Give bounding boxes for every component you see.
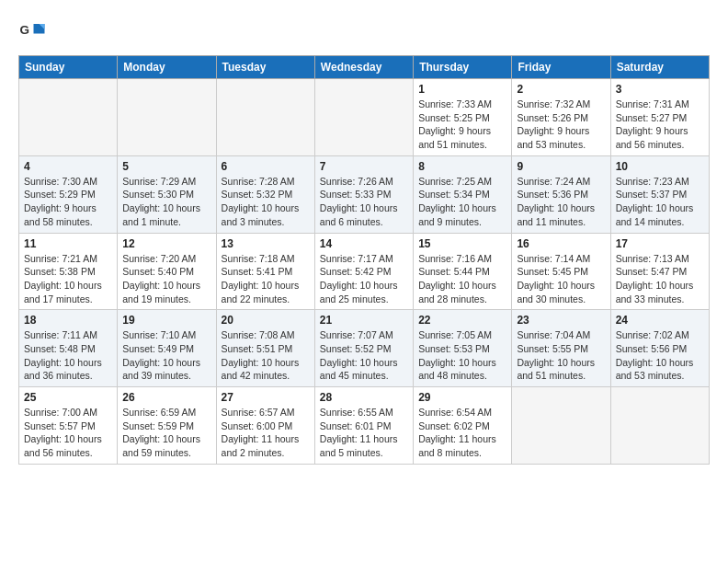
day-number: 4 — [24, 160, 112, 173]
day-info: Sunrise: 6:57 AM Sunset: 6:00 PM Dayligh… — [222, 406, 310, 460]
day-info: Sunrise: 7:18 AM Sunset: 5:41 PM Dayligh… — [222, 252, 310, 306]
calendar-cell: 3Sunrise: 7:31 AM Sunset: 5:27 PM Daylig… — [610, 79, 709, 156]
calendar-cell: 20Sunrise: 7:08 AM Sunset: 5:51 PM Dayli… — [216, 310, 314, 387]
calendar-cell — [118, 79, 216, 156]
day-info: Sunrise: 7:08 AM Sunset: 5:51 PM Dayligh… — [222, 328, 310, 383]
day-info: Sunrise: 7:30 AM Sunset: 5:29 PM Dayligh… — [24, 175, 112, 229]
day-info: Sunrise: 7:00 AM Sunset: 5:57 PM Dayligh… — [24, 406, 112, 460]
calendar-cell: 24Sunrise: 7:02 AM Sunset: 5:56 PM Dayli… — [610, 310, 709, 387]
day-number: 26 — [122, 391, 210, 404]
day-number: 19 — [122, 314, 210, 327]
day-info: Sunrise: 7:02 AM Sunset: 5:56 PM Dayligh… — [616, 328, 704, 383]
calendar-cell: 23Sunrise: 7:04 AM Sunset: 5:55 PM Dayli… — [512, 310, 610, 387]
day-info: Sunrise: 7:17 AM Sunset: 5:42 PM Dayligh… — [320, 252, 408, 306]
calendar-cell: 15Sunrise: 7:16 AM Sunset: 5:44 PM Dayli… — [414, 233, 512, 310]
calendar-cell: 26Sunrise: 6:59 AM Sunset: 5:59 PM Dayli… — [118, 387, 216, 465]
day-number: 27 — [222, 391, 310, 404]
day-info: Sunrise: 7:14 AM Sunset: 5:45 PM Dayligh… — [517, 252, 605, 306]
day-info: Sunrise: 7:28 AM Sunset: 5:32 PM Dayligh… — [222, 175, 310, 229]
calendar-cell: 18Sunrise: 7:11 AM Sunset: 5:48 PM Dayli… — [19, 310, 118, 387]
calendar-cell: 8Sunrise: 7:25 AM Sunset: 5:34 PM Daylig… — [414, 155, 512, 233]
day-number: 21 — [320, 314, 408, 327]
day-info: Sunrise: 7:10 AM Sunset: 5:49 PM Dayligh… — [122, 328, 210, 383]
calendar-cell: 17Sunrise: 7:13 AM Sunset: 5:47 PM Dayli… — [610, 233, 709, 310]
day-info: Sunrise: 7:21 AM Sunset: 5:38 PM Dayligh… — [24, 252, 112, 306]
calendar-cell: 9Sunrise: 7:24 AM Sunset: 5:36 PM Daylig… — [512, 155, 610, 233]
calendar-cell: 22Sunrise: 7:05 AM Sunset: 5:53 PM Dayli… — [414, 310, 512, 387]
day-number: 6 — [222, 160, 310, 173]
day-info: Sunrise: 7:07 AM Sunset: 5:52 PM Dayligh… — [320, 328, 408, 383]
logo-icon: G — [18, 18, 46, 46]
calendar-cell — [19, 79, 118, 156]
day-info: Sunrise: 7:16 AM Sunset: 5:44 PM Dayligh… — [418, 252, 506, 306]
day-info: Sunrise: 6:55 AM Sunset: 6:01 PM Dayligh… — [320, 406, 408, 460]
day-number: 13 — [222, 237, 310, 250]
day-number: 17 — [616, 237, 704, 250]
day-info: Sunrise: 7:33 AM Sunset: 5:25 PM Dayligh… — [418, 98, 506, 152]
calendar: SundayMondayTuesdayWednesdayThursdayFrid… — [18, 55, 710, 465]
calendar-week-2: 4Sunrise: 7:30 AM Sunset: 5:29 PM Daylig… — [19, 155, 710, 233]
calendar-cell: 5Sunrise: 7:29 AM Sunset: 5:30 PM Daylig… — [118, 155, 216, 233]
day-number: 8 — [418, 160, 506, 173]
calendar-week-4: 18Sunrise: 7:11 AM Sunset: 5:48 PM Dayli… — [19, 310, 710, 387]
calendar-cell: 7Sunrise: 7:26 AM Sunset: 5:33 PM Daylig… — [314, 155, 413, 233]
calendar-header-wednesday: Wednesday — [314, 56, 413, 79]
day-info: Sunrise: 7:11 AM Sunset: 5:48 PM Dayligh… — [24, 328, 112, 383]
calendar-cell — [512, 387, 610, 465]
day-number: 1 — [418, 83, 506, 96]
calendar-cell: 14Sunrise: 7:17 AM Sunset: 5:42 PM Dayli… — [314, 233, 413, 310]
calendar-cell — [314, 79, 413, 156]
calendar-cell: 25Sunrise: 7:00 AM Sunset: 5:57 PM Dayli… — [19, 387, 118, 465]
day-info: Sunrise: 7:32 AM Sunset: 5:26 PM Dayligh… — [517, 98, 605, 152]
calendar-header-tuesday: Tuesday — [216, 56, 314, 79]
day-info: Sunrise: 7:29 AM Sunset: 5:30 PM Dayligh… — [122, 175, 210, 229]
day-number: 22 — [418, 314, 506, 327]
calendar-header-monday: Monday — [118, 56, 216, 79]
day-number: 5 — [122, 160, 210, 173]
day-info: Sunrise: 7:26 AM Sunset: 5:33 PM Dayligh… — [320, 175, 408, 229]
calendar-cell: 27Sunrise: 6:57 AM Sunset: 6:00 PM Dayli… — [216, 387, 314, 465]
day-number: 7 — [320, 160, 408, 173]
calendar-header-sunday: Sunday — [19, 56, 118, 79]
day-number: 25 — [24, 391, 112, 404]
calendar-cell: 4Sunrise: 7:30 AM Sunset: 5:29 PM Daylig… — [19, 155, 118, 233]
day-info: Sunrise: 7:24 AM Sunset: 5:36 PM Dayligh… — [517, 175, 605, 229]
day-info: Sunrise: 6:54 AM Sunset: 6:02 PM Dayligh… — [418, 406, 506, 460]
calendar-week-1: 1Sunrise: 7:33 AM Sunset: 5:25 PM Daylig… — [19, 79, 710, 156]
calendar-cell: 19Sunrise: 7:10 AM Sunset: 5:49 PM Dayli… — [118, 310, 216, 387]
day-number: 20 — [222, 314, 310, 327]
svg-text:G: G — [20, 23, 30, 37]
day-number: 12 — [122, 237, 210, 250]
calendar-header-row: SundayMondayTuesdayWednesdayThursdayFrid… — [19, 56, 710, 79]
page-header: G — [18, 18, 710, 46]
calendar-cell: 11Sunrise: 7:21 AM Sunset: 5:38 PM Dayli… — [19, 233, 118, 310]
day-info: Sunrise: 7:04 AM Sunset: 5:55 PM Dayligh… — [517, 328, 605, 383]
calendar-week-5: 25Sunrise: 7:00 AM Sunset: 5:57 PM Dayli… — [19, 387, 710, 465]
calendar-cell — [610, 387, 709, 465]
day-info: Sunrise: 7:13 AM Sunset: 5:47 PM Dayligh… — [616, 252, 704, 306]
day-info: Sunrise: 7:05 AM Sunset: 5:53 PM Dayligh… — [418, 328, 506, 383]
calendar-cell: 2Sunrise: 7:32 AM Sunset: 5:26 PM Daylig… — [512, 79, 610, 156]
day-number: 28 — [320, 391, 408, 404]
day-info: Sunrise: 7:31 AM Sunset: 5:27 PM Dayligh… — [616, 98, 704, 152]
calendar-cell: 1Sunrise: 7:33 AM Sunset: 5:25 PM Daylig… — [414, 79, 512, 156]
calendar-week-3: 11Sunrise: 7:21 AM Sunset: 5:38 PM Dayli… — [19, 233, 710, 310]
calendar-cell: 12Sunrise: 7:20 AM Sunset: 5:40 PM Dayli… — [118, 233, 216, 310]
calendar-cell: 28Sunrise: 6:55 AM Sunset: 6:01 PM Dayli… — [314, 387, 413, 465]
calendar-body: 1Sunrise: 7:33 AM Sunset: 5:25 PM Daylig… — [19, 79, 710, 465]
day-info: Sunrise: 7:20 AM Sunset: 5:40 PM Dayligh… — [122, 252, 210, 306]
day-number: 10 — [616, 160, 704, 173]
calendar-header-friday: Friday — [512, 56, 610, 79]
calendar-cell: 29Sunrise: 6:54 AM Sunset: 6:02 PM Dayli… — [414, 387, 512, 465]
day-number: 23 — [517, 314, 605, 327]
day-number: 9 — [517, 160, 605, 173]
day-number: 11 — [24, 237, 112, 250]
day-number: 3 — [616, 83, 704, 96]
day-number: 18 — [24, 314, 112, 327]
calendar-header-thursday: Thursday — [414, 56, 512, 79]
calendar-cell: 13Sunrise: 7:18 AM Sunset: 5:41 PM Dayli… — [216, 233, 314, 310]
day-number: 15 — [418, 237, 506, 250]
calendar-cell: 16Sunrise: 7:14 AM Sunset: 5:45 PM Dayli… — [512, 233, 610, 310]
day-number: 14 — [320, 237, 408, 250]
day-number: 2 — [517, 83, 605, 96]
